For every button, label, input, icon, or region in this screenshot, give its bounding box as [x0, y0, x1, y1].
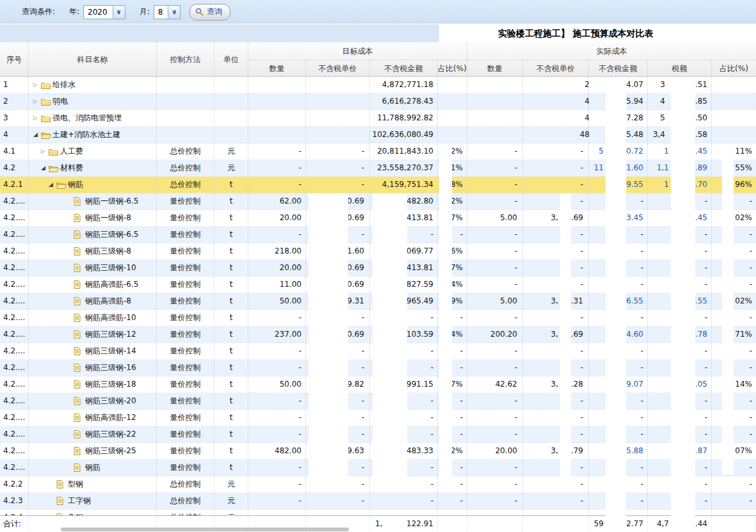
actual-price-cell: 3,.79	[523, 443, 589, 460]
subject-name-cell: 钢筋一级钢-6.5	[29, 193, 157, 210]
control-method-cell: 量价控制	[157, 293, 214, 310]
actual-pct-cell: -	[712, 243, 756, 260]
document-icon	[74, 380, 81, 389]
chevron-down-icon[interactable]: ∨	[168, 6, 180, 19]
actual-qty-cell	[467, 93, 523, 110]
subject-name-cell: 钢筋三级钢-14	[29, 343, 157, 360]
subject-name-cell: ◢土建+消防水池土建	[29, 127, 157, 143]
search-button[interactable]: 查询	[189, 4, 230, 20]
table-row[interactable]: 2▷弱电6,616,278.4345.944.85	[0, 93, 756, 110]
actual-price-cell: -	[523, 277, 589, 293]
unit-cell: t	[214, 243, 248, 260]
actual-price-cell: -	[523, 476, 589, 493]
target-amount-cell: -	[370, 493, 438, 510]
tree-expander-icon[interactable]: ◢	[49, 177, 56, 193]
tree-expander-icon[interactable]: ◢	[41, 160, 49, 176]
row-seq: 4.2.4	[0, 510, 29, 515]
row-seq: 4.2....	[0, 277, 29, 293]
actual-qty-cell: -	[467, 460, 523, 476]
tree-expander-icon[interactable]: ▷	[33, 110, 41, 126]
month-select[interactable]: 8 ∨	[154, 5, 181, 19]
target-qty-cell: -	[248, 493, 306, 510]
row-seq: 4.2....	[0, 460, 29, 476]
totals-target-amount: 1,122.91	[370, 516, 438, 532]
actual-qty-cell: -	[467, 310, 523, 326]
unit-cell: t	[214, 343, 248, 360]
unit-cell: t	[214, 277, 248, 293]
actual-price-cell: -	[523, 410, 589, 426]
subject-name-label: 人工费	[60, 143, 83, 159]
actual-qty-cell: -	[467, 243, 523, 260]
document-icon	[74, 364, 81, 372]
row-seq: 4.2....	[0, 293, 29, 310]
table-row[interactable]: 4◢土建+消防水池土建102,636,080.49485.483,4.58	[0, 127, 756, 143]
search-icon	[195, 8, 204, 16]
actual-pct-cell: -	[712, 476, 756, 493]
document-icon	[74, 280, 81, 289]
subject-name-cell: 钢筋三级钢-10	[29, 260, 157, 277]
month-select-value: 8	[154, 6, 168, 19]
control-method-cell	[157, 77, 214, 93]
unit-cell: t	[214, 210, 248, 227]
subject-name-cell: 钢筋三级钢-6.5	[29, 227, 157, 243]
title-band: 实验楼工程施工】 施工预算成本对比表	[0, 24, 756, 42]
actual-pct-cell: -	[712, 410, 756, 426]
subject-name-label: 给排水	[52, 77, 76, 93]
subject-name-label: 材料费	[60, 160, 83, 176]
actual-pct-cell: -	[712, 310, 756, 326]
actual-pct-cell	[712, 127, 756, 143]
unit-cell: 元	[214, 493, 248, 510]
actual-pct-cell: -	[712, 460, 756, 476]
unit-cell	[214, 93, 248, 110]
target-qty-cell: -	[248, 143, 306, 160]
subject-name-label: 钢筋三级钢-20	[85, 393, 136, 409]
actual-pct-cell	[712, 110, 756, 127]
target-qty-cell	[248, 77, 306, 93]
tree-expander-icon[interactable]: ▷	[33, 77, 41, 93]
actual-pct-cell: 96%	[712, 177, 756, 193]
actual-pct-cell: -	[712, 343, 756, 360]
target-amount-cell: -	[370, 476, 438, 493]
target-qty-cell: 50.00	[248, 293, 306, 310]
target-qty-cell: -	[248, 460, 306, 476]
target-qty-cell: -	[248, 360, 306, 376]
year-select[interactable]: 2020 ∨	[83, 5, 125, 19]
table-row[interactable]: 4.2.2型钢总价控制元---------	[0, 476, 756, 493]
subject-name-cell: 钢筋三级钢-8	[29, 243, 157, 260]
target-qty-cell	[248, 110, 306, 127]
control-method-cell: 量价控制	[157, 426, 214, 443]
table-row[interactable]: 4.2.4角钢总价控制元---------	[0, 510, 756, 515]
unit-cell: t	[214, 193, 248, 210]
table-row[interactable]: 4.2.1◢钢筋总价控制t--4,159,751.348%--9.551.709…	[0, 177, 756, 193]
control-method-cell: 量价控制	[157, 193, 214, 210]
control-method-cell	[157, 110, 214, 127]
target-qty-cell: -	[248, 410, 306, 426]
subject-name-label: 钢筋高强筋-8	[85, 293, 131, 309]
row-seq: 4.2....	[0, 410, 29, 426]
tree-expander-icon[interactable]: ▷	[41, 143, 49, 159]
subject-name-label: 钢筋一级钢-8	[85, 210, 131, 226]
query-bar: 查询条件: 年: 2020 ∨ 月: 8 ∨ 查询	[0, 0, 756, 24]
unit-cell: t	[214, 443, 248, 460]
table-row[interactable]: 1▷给排水4,872,771.1824.073.51	[0, 77, 756, 93]
row-seq: 4.2....	[0, 310, 29, 326]
actual-qty-cell: -	[467, 343, 523, 360]
horizontal-scrollbar[interactable]	[61, 528, 349, 531]
table-row[interactable]: 4.2◢材料费总价控制元--23,558,270.371%--111.601,1…	[0, 160, 756, 177]
tree-expander-icon[interactable]: ◢	[33, 127, 41, 143]
chevron-down-icon[interactable]: ∨	[113, 6, 125, 19]
subject-name-cell: ◢钢筋	[29, 177, 157, 193]
document-icon	[74, 397, 81, 405]
unit-cell	[214, 77, 248, 93]
row-seq: 4.2....	[0, 376, 29, 393]
row-seq: 4.2....	[0, 210, 29, 227]
unit-cell: t	[214, 260, 248, 277]
subject-name-label: 弱电	[52, 93, 68, 109]
document-icon	[74, 214, 81, 222]
table-row[interactable]: 3▷强电、消防电管预埋11,788,992.8247.285.50	[0, 110, 756, 127]
tree-expander-icon[interactable]: ▷	[33, 93, 41, 109]
table-row[interactable]: 4.2.3工字钢总价控制元---------	[0, 493, 756, 510]
actual-pct-cell: 11%	[712, 143, 756, 160]
table-row[interactable]: 4.1▷人工费总价控制元--20,811,843.102%--50.721.45…	[0, 143, 756, 160]
redaction-target-pct	[439, 143, 452, 477]
